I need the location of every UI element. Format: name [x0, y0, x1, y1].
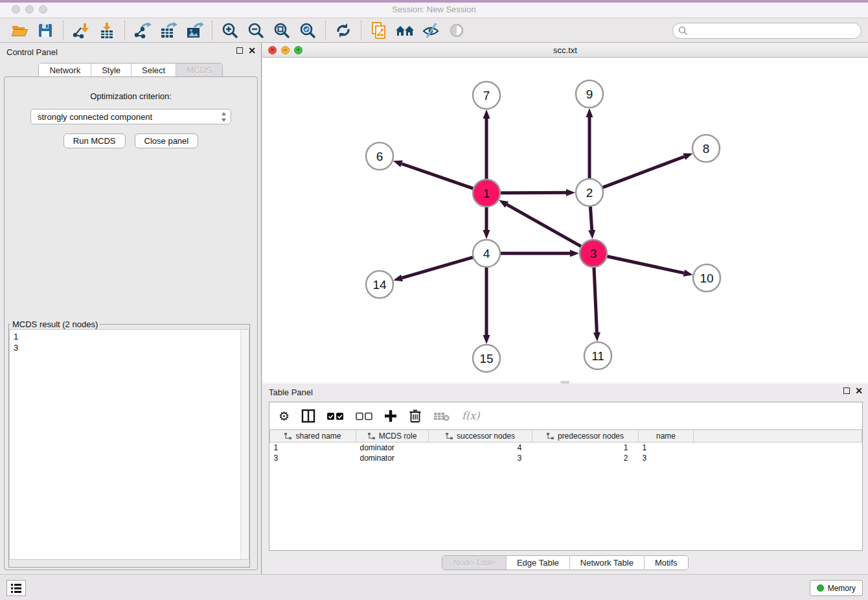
tab-node-table[interactable]: Node Table	[442, 556, 507, 570]
eye-slash-icon	[422, 22, 440, 39]
graph-edge-3-10[interactable]	[607, 256, 693, 276]
import-table-button[interactable]	[94, 20, 120, 41]
export-network-button[interactable]	[130, 20, 155, 41]
network-close-button[interactable]: ×	[268, 46, 277, 54]
import-network-icon	[72, 22, 90, 39]
cell-successor-nodes[interactable]: 3	[429, 453, 532, 463]
table-settings-icon[interactable]: ⚙	[279, 409, 290, 423]
cell-name[interactable]: 1	[639, 443, 694, 453]
criterion-dropdown[interactable]: strongly connected component	[30, 109, 231, 124]
houses-icon	[394, 23, 415, 38]
close-table-panel-icon[interactable]: ✕	[855, 387, 863, 395]
graph-edge-4-14[interactable]	[393, 257, 474, 281]
graph-node-7[interactable]: 7	[473, 82, 500, 109]
tab-network[interactable]: Network	[39, 63, 91, 77]
tab-motifs[interactable]: Motifs	[645, 556, 688, 570]
graph-node-8[interactable]: 8	[692, 135, 720, 162]
graph-node-2[interactable]: 2	[576, 179, 603, 206]
zoom-fit-icon	[273, 22, 290, 39]
refresh-button[interactable]	[330, 20, 356, 41]
tab-network-table[interactable]: Network Table	[570, 556, 645, 570]
graph-edge-2-8[interactable]	[602, 154, 693, 188]
zoom-fit-button[interactable]	[269, 20, 295, 41]
graph-node-6[interactable]: 6	[366, 143, 393, 170]
float-panel-icon[interactable]	[236, 47, 243, 54]
graph-node-14[interactable]: 14	[366, 271, 393, 298]
graph-edge-4-3[interactable]	[500, 250, 579, 257]
tab-edge-table[interactable]: Edge Table	[507, 556, 570, 570]
cell-shared-name[interactable]: 3	[270, 453, 356, 463]
table-row[interactable]: 1 dominator 4 1 1	[270, 443, 862, 453]
mcds-result-text[interactable]: 1 3	[9, 329, 249, 560]
tree-icon	[368, 433, 376, 440]
hide-selected-button[interactable]	[418, 20, 444, 41]
tab-select[interactable]: Select	[131, 63, 176, 77]
cell-mcds-role[interactable]: dominator	[356, 443, 429, 453]
float-table-panel-icon[interactable]	[843, 387, 850, 394]
cell-successor-nodes[interactable]: 4	[429, 443, 532, 453]
network-canvas[interactable]: 7968124314101511	[262, 58, 868, 380]
graph-node-11[interactable]: 11	[584, 342, 611, 369]
graph-edge-1-4[interactable]	[483, 207, 490, 239]
show-columns-icon[interactable]	[301, 409, 315, 423]
show-all-button[interactable]	[444, 20, 470, 41]
graph-edge-2-3[interactable]	[588, 206, 595, 239]
search-input[interactable]	[672, 23, 862, 39]
tab-mcds[interactable]: MCDS	[176, 63, 222, 77]
column-header-successor-nodes[interactable]: successor nodes	[429, 430, 532, 443]
import-network-button[interactable]	[68, 20, 94, 41]
graph-edge-2-9[interactable]	[586, 108, 593, 179]
column-header-name[interactable]: name	[639, 430, 694, 443]
svg-text:14: 14	[372, 278, 387, 292]
graph-node-4[interactable]: 4	[473, 240, 500, 267]
cell-shared-name[interactable]: 1	[270, 443, 356, 453]
graph-edge-1-2[interactable]	[500, 189, 575, 196]
graph-node-10[interactable]: 10	[693, 264, 720, 292]
cell-mcds-role[interactable]: dominator	[356, 453, 429, 463]
tab-style[interactable]: Style	[91, 63, 131, 77]
column-header-mcds-role[interactable]: MCDS role	[356, 430, 429, 443]
column-header-predecessor-nodes[interactable]: predecessor nodes	[532, 430, 639, 443]
graph-node-15[interactable]: 15	[473, 345, 500, 372]
copy-network-button[interactable]	[366, 20, 392, 41]
zoom-selected-button[interactable]	[295, 20, 321, 41]
graph-edge-1-7[interactable]	[483, 110, 490, 179]
table-row[interactable]: 3 dominator 3 2 3	[270, 453, 862, 463]
close-panel-icon[interactable]: ✕	[248, 47, 256, 54]
network-graph[interactable]: 7968124314101511	[262, 58, 868, 380]
network-minimize-button[interactable]: −	[281, 46, 290, 54]
optimization-criterion-label: Optimization criterion:	[5, 91, 257, 101]
column-header-shared-name[interactable]: shared name	[270, 430, 356, 443]
delete-column-icon[interactable]	[409, 409, 422, 423]
close-panel-button[interactable]: Close panel	[135, 133, 199, 148]
task-history-button[interactable]	[6, 580, 26, 596]
zoom-in-button[interactable]	[217, 20, 243, 41]
select-all-icon[interactable]	[327, 411, 344, 421]
graph-node-3[interactable]: 3	[580, 240, 607, 267]
graph-edge-3-1[interactable]	[499, 200, 582, 247]
cell-name[interactable]: 3	[639, 453, 694, 463]
export-image-button[interactable]	[181, 20, 207, 41]
export-table-button[interactable]	[155, 20, 181, 41]
control-panel: Control Panel ✕ Network Style Select MCD…	[0, 43, 262, 574]
function-builder-icon[interactable]: f(x)	[462, 410, 479, 422]
network-maximize-button[interactable]: +	[294, 46, 303, 54]
save-session-button[interactable]	[32, 20, 58, 41]
result-scrollbar[interactable]	[240, 330, 249, 559]
delete-table-icon[interactable]	[433, 410, 450, 422]
graph-edge-4-15[interactable]	[483, 267, 490, 344]
deselect-all-icon[interactable]	[356, 411, 372, 421]
add-column-icon[interactable]	[384, 410, 397, 422]
run-mcds-button[interactable]: Run MCDS	[63, 133, 126, 148]
cell-predecessor-nodes[interactable]: 1	[532, 443, 639, 453]
graph-node-1[interactable]: 1	[473, 179, 500, 207]
graph-node-9[interactable]: 9	[576, 80, 603, 108]
memory-button[interactable]: Memory	[810, 580, 863, 596]
first-neighbors-button[interactable]	[392, 20, 418, 41]
cell-predecessor-nodes[interactable]: 2	[532, 453, 639, 463]
tree-icon	[446, 433, 453, 440]
open-session-button[interactable]	[6, 20, 32, 41]
graph-edge-3-11[interactable]	[593, 267, 600, 341]
graph-edge-1-6[interactable]	[393, 161, 474, 189]
zoom-out-button[interactable]	[243, 20, 269, 41]
